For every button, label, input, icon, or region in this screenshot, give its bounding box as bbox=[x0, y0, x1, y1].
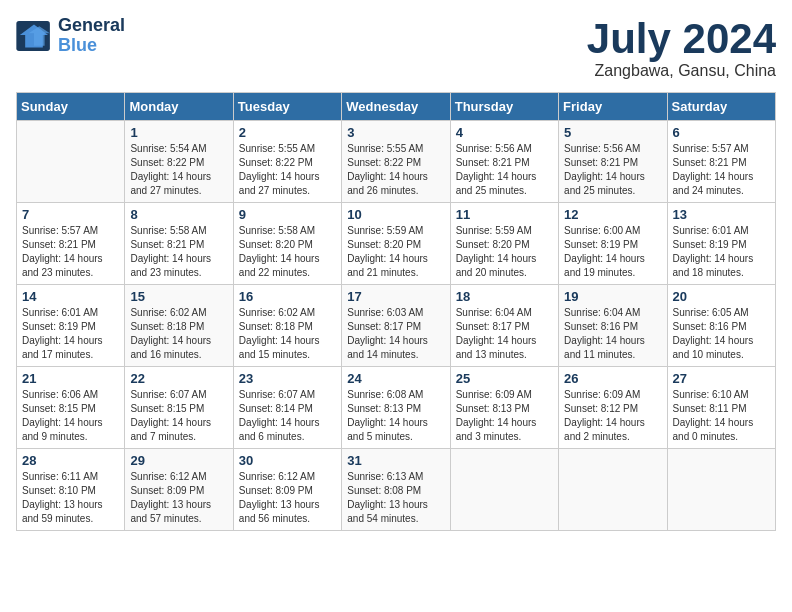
day-info: Sunrise: 6:05 AM Sunset: 8:16 PM Dayligh… bbox=[673, 306, 770, 362]
day-number: 3 bbox=[347, 125, 444, 140]
day-number: 19 bbox=[564, 289, 661, 304]
day-info: Sunrise: 5:55 AM Sunset: 8:22 PM Dayligh… bbox=[347, 142, 444, 198]
calendar-cell: 9Sunrise: 5:58 AM Sunset: 8:20 PM Daylig… bbox=[233, 203, 341, 285]
day-info: Sunrise: 6:12 AM Sunset: 8:09 PM Dayligh… bbox=[130, 470, 227, 526]
calendar-cell: 20Sunrise: 6:05 AM Sunset: 8:16 PM Dayli… bbox=[667, 285, 775, 367]
logo: General Blue bbox=[16, 16, 125, 56]
day-info: Sunrise: 5:59 AM Sunset: 8:20 PM Dayligh… bbox=[456, 224, 553, 280]
day-number: 20 bbox=[673, 289, 770, 304]
day-number: 13 bbox=[673, 207, 770, 222]
column-header-monday: Monday bbox=[125, 93, 233, 121]
calendar-week-4: 21Sunrise: 6:06 AM Sunset: 8:15 PM Dayli… bbox=[17, 367, 776, 449]
day-info: Sunrise: 6:07 AM Sunset: 8:14 PM Dayligh… bbox=[239, 388, 336, 444]
day-info: Sunrise: 6:12 AM Sunset: 8:09 PM Dayligh… bbox=[239, 470, 336, 526]
day-number: 15 bbox=[130, 289, 227, 304]
day-number: 28 bbox=[22, 453, 119, 468]
calendar-cell: 19Sunrise: 6:04 AM Sunset: 8:16 PM Dayli… bbox=[559, 285, 667, 367]
day-number: 2 bbox=[239, 125, 336, 140]
calendar-cell: 16Sunrise: 6:02 AM Sunset: 8:18 PM Dayli… bbox=[233, 285, 341, 367]
calendar-cell: 15Sunrise: 6:02 AM Sunset: 8:18 PM Dayli… bbox=[125, 285, 233, 367]
day-number: 1 bbox=[130, 125, 227, 140]
calendar-cell: 12Sunrise: 6:00 AM Sunset: 8:19 PM Dayli… bbox=[559, 203, 667, 285]
calendar-cell: 22Sunrise: 6:07 AM Sunset: 8:15 PM Dayli… bbox=[125, 367, 233, 449]
calendar-cell bbox=[559, 449, 667, 531]
day-number: 24 bbox=[347, 371, 444, 386]
calendar-body: 1Sunrise: 5:54 AM Sunset: 8:22 PM Daylig… bbox=[17, 121, 776, 531]
day-number: 6 bbox=[673, 125, 770, 140]
day-info: Sunrise: 6:02 AM Sunset: 8:18 PM Dayligh… bbox=[239, 306, 336, 362]
day-info: Sunrise: 6:11 AM Sunset: 8:10 PM Dayligh… bbox=[22, 470, 119, 526]
day-info: Sunrise: 6:02 AM Sunset: 8:18 PM Dayligh… bbox=[130, 306, 227, 362]
calendar-cell: 18Sunrise: 6:04 AM Sunset: 8:17 PM Dayli… bbox=[450, 285, 558, 367]
logo-icon bbox=[16, 21, 52, 51]
day-number: 9 bbox=[239, 207, 336, 222]
page-header: General Blue July 2024 Zangbawa, Gansu, … bbox=[16, 16, 776, 80]
title-area: July 2024 Zangbawa, Gansu, China bbox=[587, 16, 776, 80]
calendar-cell: 5Sunrise: 5:56 AM Sunset: 8:21 PM Daylig… bbox=[559, 121, 667, 203]
column-header-tuesday: Tuesday bbox=[233, 93, 341, 121]
calendar-cell: 17Sunrise: 6:03 AM Sunset: 8:17 PM Dayli… bbox=[342, 285, 450, 367]
column-header-wednesday: Wednesday bbox=[342, 93, 450, 121]
calendar-cell: 31Sunrise: 6:13 AM Sunset: 8:08 PM Dayli… bbox=[342, 449, 450, 531]
day-info: Sunrise: 6:04 AM Sunset: 8:16 PM Dayligh… bbox=[564, 306, 661, 362]
day-info: Sunrise: 6:01 AM Sunset: 8:19 PM Dayligh… bbox=[673, 224, 770, 280]
location-subtitle: Zangbawa, Gansu, China bbox=[587, 62, 776, 80]
month-title: July 2024 bbox=[587, 16, 776, 62]
day-info: Sunrise: 6:10 AM Sunset: 8:11 PM Dayligh… bbox=[673, 388, 770, 444]
calendar-cell: 21Sunrise: 6:06 AM Sunset: 8:15 PM Dayli… bbox=[17, 367, 125, 449]
day-number: 21 bbox=[22, 371, 119, 386]
day-info: Sunrise: 6:08 AM Sunset: 8:13 PM Dayligh… bbox=[347, 388, 444, 444]
calendar-cell: 26Sunrise: 6:09 AM Sunset: 8:12 PM Dayli… bbox=[559, 367, 667, 449]
day-info: Sunrise: 5:58 AM Sunset: 8:21 PM Dayligh… bbox=[130, 224, 227, 280]
day-number: 7 bbox=[22, 207, 119, 222]
day-info: Sunrise: 6:07 AM Sunset: 8:15 PM Dayligh… bbox=[130, 388, 227, 444]
day-info: Sunrise: 6:00 AM Sunset: 8:19 PM Dayligh… bbox=[564, 224, 661, 280]
day-info: Sunrise: 5:55 AM Sunset: 8:22 PM Dayligh… bbox=[239, 142, 336, 198]
calendar-header-row: SundayMondayTuesdayWednesdayThursdayFrid… bbox=[17, 93, 776, 121]
calendar-cell: 25Sunrise: 6:09 AM Sunset: 8:13 PM Dayli… bbox=[450, 367, 558, 449]
day-info: Sunrise: 6:04 AM Sunset: 8:17 PM Dayligh… bbox=[456, 306, 553, 362]
day-info: Sunrise: 6:13 AM Sunset: 8:08 PM Dayligh… bbox=[347, 470, 444, 526]
day-info: Sunrise: 6:06 AM Sunset: 8:15 PM Dayligh… bbox=[22, 388, 119, 444]
day-info: Sunrise: 5:56 AM Sunset: 8:21 PM Dayligh… bbox=[456, 142, 553, 198]
calendar-week-2: 7Sunrise: 5:57 AM Sunset: 8:21 PM Daylig… bbox=[17, 203, 776, 285]
day-info: Sunrise: 6:03 AM Sunset: 8:17 PM Dayligh… bbox=[347, 306, 444, 362]
day-number: 12 bbox=[564, 207, 661, 222]
day-number: 30 bbox=[239, 453, 336, 468]
calendar-cell: 30Sunrise: 6:12 AM Sunset: 8:09 PM Dayli… bbox=[233, 449, 341, 531]
day-info: Sunrise: 5:58 AM Sunset: 8:20 PM Dayligh… bbox=[239, 224, 336, 280]
day-number: 18 bbox=[456, 289, 553, 304]
day-number: 23 bbox=[239, 371, 336, 386]
calendar-cell: 10Sunrise: 5:59 AM Sunset: 8:20 PM Dayli… bbox=[342, 203, 450, 285]
calendar-cell: 24Sunrise: 6:08 AM Sunset: 8:13 PM Dayli… bbox=[342, 367, 450, 449]
day-info: Sunrise: 6:09 AM Sunset: 8:13 PM Dayligh… bbox=[456, 388, 553, 444]
calendar-week-3: 14Sunrise: 6:01 AM Sunset: 8:19 PM Dayli… bbox=[17, 285, 776, 367]
calendar-cell: 11Sunrise: 5:59 AM Sunset: 8:20 PM Dayli… bbox=[450, 203, 558, 285]
calendar-cell: 4Sunrise: 5:56 AM Sunset: 8:21 PM Daylig… bbox=[450, 121, 558, 203]
calendar-week-5: 28Sunrise: 6:11 AM Sunset: 8:10 PM Dayli… bbox=[17, 449, 776, 531]
calendar-cell: 1Sunrise: 5:54 AM Sunset: 8:22 PM Daylig… bbox=[125, 121, 233, 203]
column-header-sunday: Sunday bbox=[17, 93, 125, 121]
calendar-cell: 29Sunrise: 6:12 AM Sunset: 8:09 PM Dayli… bbox=[125, 449, 233, 531]
day-number: 29 bbox=[130, 453, 227, 468]
calendar-cell: 13Sunrise: 6:01 AM Sunset: 8:19 PM Dayli… bbox=[667, 203, 775, 285]
day-number: 8 bbox=[130, 207, 227, 222]
day-number: 25 bbox=[456, 371, 553, 386]
calendar-cell bbox=[667, 449, 775, 531]
day-number: 10 bbox=[347, 207, 444, 222]
calendar-cell bbox=[17, 121, 125, 203]
day-info: Sunrise: 5:56 AM Sunset: 8:21 PM Dayligh… bbox=[564, 142, 661, 198]
calendar-cell: 6Sunrise: 5:57 AM Sunset: 8:21 PM Daylig… bbox=[667, 121, 775, 203]
day-number: 11 bbox=[456, 207, 553, 222]
column-header-friday: Friday bbox=[559, 93, 667, 121]
logo-text: General Blue bbox=[58, 16, 125, 56]
calendar-table: SundayMondayTuesdayWednesdayThursdayFrid… bbox=[16, 92, 776, 531]
calendar-cell: 3Sunrise: 5:55 AM Sunset: 8:22 PM Daylig… bbox=[342, 121, 450, 203]
day-number: 27 bbox=[673, 371, 770, 386]
day-info: Sunrise: 5:54 AM Sunset: 8:22 PM Dayligh… bbox=[130, 142, 227, 198]
day-number: 22 bbox=[130, 371, 227, 386]
day-info: Sunrise: 6:01 AM Sunset: 8:19 PM Dayligh… bbox=[22, 306, 119, 362]
calendar-cell: 2Sunrise: 5:55 AM Sunset: 8:22 PM Daylig… bbox=[233, 121, 341, 203]
day-number: 26 bbox=[564, 371, 661, 386]
day-info: Sunrise: 5:57 AM Sunset: 8:21 PM Dayligh… bbox=[22, 224, 119, 280]
